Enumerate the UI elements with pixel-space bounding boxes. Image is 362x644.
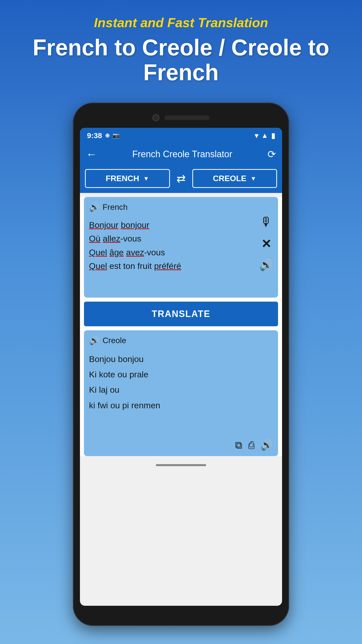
word-quel1: Quel — [89, 248, 107, 257]
word-quel2: Quel — [89, 261, 107, 271]
to-language-button[interactable]: CREOLE ▼ — [192, 169, 277, 188]
share-button[interactable]: ⎙ — [248, 439, 254, 451]
play-sound-button[interactable]: 🔊 — [259, 258, 273, 271]
copy-button[interactable]: ⧉ — [235, 439, 242, 451]
header-section: Instant and Fast Translation French to C… — [0, 0, 362, 95]
word-age: âge — [109, 248, 124, 257]
home-bar — [156, 464, 206, 466]
output-text-content: Bonjou bonjou Ki kote ou prale Ki laj ou… — [89, 351, 273, 413]
input-lang-label: French — [103, 203, 128, 212]
output-section: 🔊 Creole Bonjou bonjou Ki kote ou prale … — [84, 330, 278, 456]
status-bar: 9:38 ⊕ 📷 ▾ ▲ ▮ — [80, 128, 282, 143]
phone-camera-area — [80, 110, 282, 125]
history-button[interactable]: ⟳ — [267, 148, 276, 160]
output-controls: ⧉ ⎙ 🔊 — [235, 439, 273, 451]
main-title: French to Creole / Creole to French — [20, 35, 342, 85]
word-prefere: préféré — [154, 261, 181, 271]
subtitle: Instant and Fast Translation — [20, 15, 342, 30]
word-allez: allez — [103, 234, 120, 243]
app-bar: ← French Creole Translator ⟳ — [80, 143, 282, 165]
microphone-button[interactable]: 🎙 — [260, 215, 273, 229]
output-speaker-icon[interactable]: 🔊 — [89, 335, 100, 345]
to-language-label: CREOLE — [213, 174, 246, 183]
phone-screen: 9:38 ⊕ 📷 ▾ ▲ ▮ ← French Creole Translato… — [80, 128, 282, 606]
input-controls: 🎙 ✕ 🔊 — [259, 215, 273, 271]
phone-mockup: 9:38 ⊕ 📷 ▾ ▲ ▮ ← French Creole Translato… — [73, 103, 289, 626]
input-lang-label-row: 🔊 French — [89, 202, 273, 212]
word-avez: avez — [126, 248, 144, 257]
output-lang-label-row: 🔊 Creole — [89, 335, 273, 345]
output-lang-label: Creole — [103, 336, 126, 345]
word-ou: Où — [89, 234, 100, 243]
notification-icon-1: ⊕ — [105, 132, 110, 139]
from-language-label: FRENCH — [106, 174, 139, 183]
notification-icon-2: 📷 — [113, 132, 119, 139]
status-left: 9:38 ⊕ 📷 — [87, 131, 119, 140]
word-bonjour1: Bonjour — [89, 220, 118, 230]
language-selector-row: FRENCH ▼ ⇄ CREOLE ▼ — [80, 165, 282, 193]
battery-icon: ▮ — [271, 132, 275, 140]
from-dropdown-arrow: ▼ — [143, 175, 149, 182]
word-bonjour2: bonjour — [121, 220, 149, 230]
input-text-content[interactable]: Bonjour bonjour Où allez-vous Quel âge a… — [89, 218, 273, 273]
phone-camera — [152, 114, 159, 121]
input-section[interactable]: 🔊 French Bonjour bonjour Où allez-vous Q… — [84, 197, 278, 298]
home-indicator — [80, 460, 282, 470]
to-dropdown-arrow: ▼ — [250, 175, 256, 182]
wifi-icon: ▾ — [255, 132, 258, 140]
phone-speaker — [164, 115, 210, 120]
app-title: French Creole Translator — [102, 149, 262, 159]
swap-languages-button[interactable]: ⇄ — [174, 172, 188, 185]
back-button[interactable]: ← — [86, 149, 97, 160]
from-language-button[interactable]: FRENCH ▼ — [85, 169, 170, 188]
phone-bottom — [80, 606, 282, 618]
content-area: 🔊 French Bonjour bonjour Où allez-vous Q… — [80, 197, 282, 456]
status-time: 9:38 — [87, 131, 102, 140]
translate-button[interactable]: TRANSLATE — [84, 302, 278, 326]
status-right: ▾ ▲ ▮ — [255, 132, 275, 140]
signal-icon: ▲ — [261, 132, 268, 140]
output-play-button[interactable]: 🔊 — [260, 439, 273, 451]
phone-outer-shell: 9:38 ⊕ 📷 ▾ ▲ ▮ ← French Creole Translato… — [73, 103, 289, 626]
input-speaker-icon[interactable]: 🔊 — [89, 202, 100, 212]
clear-button[interactable]: ✕ — [261, 237, 271, 251]
